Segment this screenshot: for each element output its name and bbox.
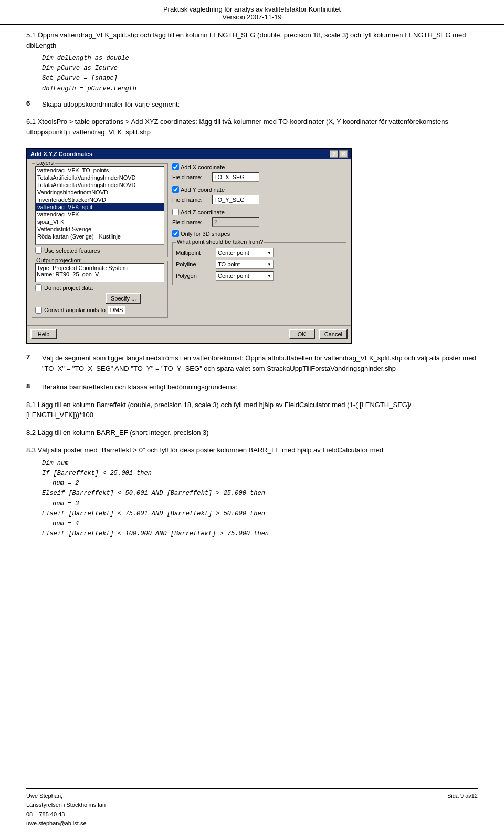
use-selected-checkbox[interactable] [35, 247, 42, 254]
add-y-checkbox[interactable] [172, 186, 179, 193]
use-selected-row: Use selected features [35, 247, 164, 254]
code-8-3-line-4: num = 3 [52, 499, 478, 509]
polyline-value: TO point [218, 261, 240, 267]
section-8-2-text: 8.2 Lägg till en kolumn BARR_EF (short i… [26, 428, 478, 438]
polygon-label: Polygon [176, 273, 213, 279]
section-7: 7 Välj de segment som ligger längst neds… [26, 353, 478, 377]
proj-text: Type: Projected Coordinate System Name: … [35, 263, 164, 282]
add-xyz-dialog: Add X,Y,Z Coordinates ? ✕ Layers vattend… [26, 148, 352, 344]
specify-button[interactable]: Specify ... [106, 293, 141, 304]
code-line-1: Dim dblLength as double [42, 54, 478, 64]
convert-angular-checkbox[interactable] [35, 307, 42, 314]
layer-item-1[interactable]: TotalaArtificiellaVandringshinderNOVD [36, 174, 164, 181]
footer-phone: 08 – 785 40 43 [26, 810, 106, 820]
polygon-value: Center point [218, 273, 249, 279]
section-8-3: 8.3 Välj alla poster med “Barreffekt > 0… [26, 445, 478, 539]
section-5-1-heading: 5.1 Öppna vattendrag_VFK_split.shp och l… [26, 30, 478, 50]
code-8-3-line-5: Elseif [Barreffekt] < 75.001 AND [Barref… [42, 509, 478, 519]
do-not-project-row: Do not project data [35, 284, 164, 291]
dialog-footer: Help OK Cancel [27, 325, 351, 343]
output-projection-label: Output projection: [35, 257, 83, 263]
dialog-left-panel: Layers vattendrag_VFK_TO_points TotalaAr… [32, 163, 168, 321]
field-name-z-row: Field name: [172, 217, 346, 227]
page-content: 5.1 Öppna vattendrag_VFK_split.shp och l… [0, 30, 504, 539]
proj-name: Name: RT90_25_gon_V [37, 271, 163, 277]
help-titlebar-button[interactable]: ? [330, 150, 338, 158]
code-line-3: Set pCurve = [shape] [42, 74, 478, 84]
dialog-right-panel: Add X coordinate Field name: Add Y coord… [172, 163, 346, 321]
polygon-dropdown-arrow: ▼ [267, 274, 271, 278]
code-8-3-line-3: Elseif [Barreffekt] < 50.001 AND [Barref… [42, 489, 478, 499]
section-8-3-text: 8.3 Välj alla poster med “Barreffekt > 0… [26, 445, 478, 455]
only-3d-row: Only for 3D shapes [172, 230, 346, 237]
add-z-checkbox[interactable] [172, 209, 179, 215]
layer-list[interactable]: vattendrag_VFK_TO_points TotalaArtificie… [35, 166, 164, 245]
add-y-row: Add Y coordinate [172, 186, 346, 193]
layer-item-3[interactable]: VandringshinderinomNOVD [36, 189, 164, 196]
page-header: Praktisk vägledning för analys av kvalit… [0, 0, 504, 25]
polyline-dropdown-arrow: ▼ [267, 262, 271, 267]
point-group: What point should be taken from? Multipo… [172, 242, 346, 285]
multipoint-dropdown[interactable]: Center point ▼ [216, 248, 274, 257]
layer-item-2[interactable]: TotalaArtificiellaVandringshinderNOVD [36, 181, 164, 189]
ok-button[interactable]: OK [289, 329, 315, 339]
proj-type: Type: Projected Coordinate System [37, 265, 163, 271]
layer-item-0[interactable]: vattendrag_VFK_TO_points [36, 167, 164, 174]
dialog-body: Layers vattendrag_VFK_TO_points TotalaAr… [27, 159, 351, 325]
section-6-1: 6.1 XtoolsPro > table operations > Add X… [26, 117, 478, 140]
add-y-label: Add Y coordinate [181, 187, 225, 193]
layers-group: Layers vattendrag_VFK_TO_points TotalaAr… [32, 163, 168, 257]
footer-page: Sida 9 av12 [447, 792, 478, 801]
layer-item-7[interactable]: sjoar_VFK [36, 218, 164, 225]
dialog-wrapper: Add X,Y,Z Coordinates ? ✕ Layers vattend… [26, 148, 478, 344]
add-z-row: Add Z coordinate [172, 209, 346, 215]
layer-item-4[interactable]: InventeradeStrackorNOVD [36, 196, 164, 203]
layer-item-5[interactable]: vattendrag_VFK_split [36, 203, 164, 211]
footer-right: Sida 9 av12 [447, 792, 478, 828]
field-name-x-label: Field name: [172, 174, 209, 180]
layer-item-9[interactable]: Röda kartan (Sverige) - Kustlinje [36, 233, 164, 240]
output-projection-group: Output projection: Type: Projected Coord… [32, 261, 168, 318]
add-x-label: Add X coordinate [181, 164, 225, 170]
help-button[interactable]: Help [30, 329, 57, 339]
polygon-row: Polygon Center point ▼ [176, 271, 343, 281]
section-8-1: 8.1 Lägg till en kolumn Barreffekt (doub… [26, 400, 478, 423]
field-name-y-input[interactable] [212, 195, 259, 204]
field-name-x-input[interactable] [212, 172, 259, 182]
specify-button-row: Specify ... [35, 293, 164, 304]
header-title: Praktisk vägledning för analys av kvalit… [0, 5, 504, 13]
titlebar-buttons: ? ✕ [330, 150, 348, 158]
only-3d-checkbox[interactable] [172, 230, 179, 237]
field-name-y-label: Field name: [172, 196, 209, 203]
section-7-number: 7 [26, 353, 42, 377]
page: Praktisk vägledning för analys av kvalit… [0, 0, 504, 839]
convert-angular-value: DMS [108, 306, 125, 314]
polygon-dropdown[interactable]: Center point ▼ [216, 271, 274, 281]
field-name-z-label: Field name: [172, 219, 209, 225]
add-z-label: Add Z coordinate [181, 209, 225, 215]
layers-group-label: Layers [35, 160, 55, 166]
footer-author: Uwe Stephan, [26, 792, 106, 801]
multipoint-row: Multipoint Center point ▼ [176, 248, 343, 257]
section-8-number: 8 [26, 382, 42, 396]
add-x-checkbox[interactable] [172, 163, 179, 170]
section-5-1: 5.1 Öppna vattendrag_VFK_split.shp och l… [26, 30, 478, 94]
page-footer: Uwe Stephan, Länsstyrelsen i Stockholms … [26, 788, 478, 828]
code-8-3-line-6: num = 4 [52, 519, 478, 529]
only-3d-label: Only for 3D shapes [181, 231, 230, 237]
close-titlebar-button[interactable]: ✕ [339, 150, 348, 158]
section-6: 6 Skapa utloppskoordninater för varje se… [26, 99, 478, 113]
what-point-label: What point should be taken from? [176, 239, 264, 245]
section-8-1-text: 8.1 Lägg till en kolumn Barreffekt (doub… [26, 400, 478, 420]
polyline-dropdown[interactable]: TO point ▼ [216, 260, 274, 269]
code-8-3-line-0: Dim num [42, 459, 478, 469]
do-not-project-checkbox[interactable] [35, 284, 42, 291]
layer-item-6[interactable]: vattendrag_VFK [36, 211, 164, 218]
section-7-text: Välj de segment som ligger längst nedstr… [42, 353, 478, 374]
cancel-button[interactable]: Cancel [319, 329, 348, 339]
polyline-label: Polyline [176, 261, 213, 267]
code-8-3-line-7: Elseif [Barreffekt] < 100.000 AND [Barre… [42, 529, 478, 539]
section-6-1-text: 6.1 XtoolsPro > table operations > Add X… [26, 117, 478, 137]
layer-item-8[interactable]: Vattendistrikt Sverige [36, 225, 164, 233]
field-name-z-input[interactable] [212, 217, 259, 227]
